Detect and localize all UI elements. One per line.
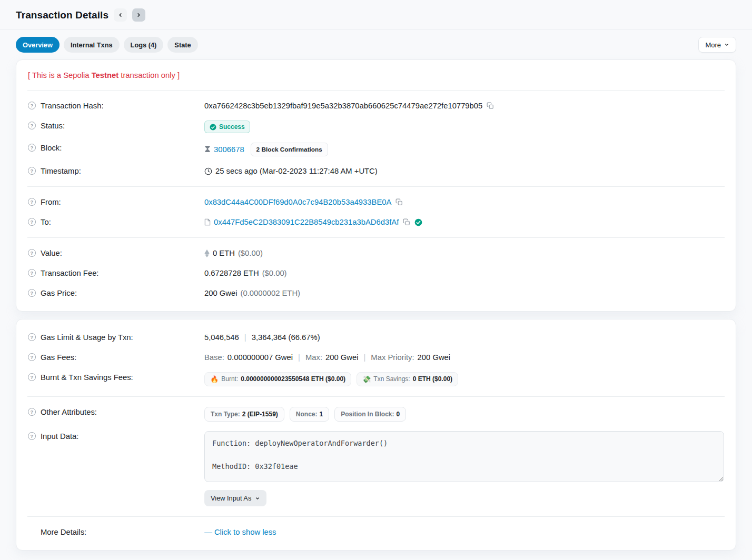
row-other-attributes: ? Other Attributes: Txn Type: 2 (EIP-155… xyxy=(28,402,724,426)
position-in-block-value: 0 xyxy=(397,411,400,418)
help-icon[interactable]: ? xyxy=(28,144,36,152)
tab-internal-txns[interactable]: Internal Txns xyxy=(64,37,120,53)
more-details-label: More Details: xyxy=(41,527,86,537)
show-less-link[interactable]: — Click to show less xyxy=(204,527,276,537)
block-label: Block: xyxy=(41,143,62,153)
copy-to-address-button[interactable] xyxy=(402,218,410,226)
row-transaction-hash: ? Transaction Hash: 0xa7662428c3b5eb1329… xyxy=(28,96,724,116)
help-icon[interactable]: ? xyxy=(28,333,36,341)
more-dropdown-button[interactable]: More xyxy=(698,37,736,53)
check-circle-icon xyxy=(210,124,216,131)
tab-state[interactable]: State xyxy=(167,37,197,53)
position-in-block-label: Position In Block: xyxy=(341,411,394,418)
row-gas-price: ? Gas Price: 200 Gwei (0.0000002 ETH) xyxy=(28,283,724,303)
block-number-link[interactable]: 3006678 xyxy=(214,144,244,155)
help-icon[interactable]: ? xyxy=(28,408,36,416)
txn-savings-label: Txn Savings: xyxy=(373,375,410,383)
value-eth: 0 ETH xyxy=(213,248,235,258)
nonce-value: 1 xyxy=(320,411,323,418)
status-label: Status: xyxy=(41,121,65,131)
burnt-savings-label: Burnt & Txn Savings Fees: xyxy=(41,372,133,383)
gas-usage: 3,364,364 (66.67%) xyxy=(252,332,320,343)
copy-icon xyxy=(403,218,410,226)
money-wings-icon: 💸 xyxy=(362,375,371,383)
tabs-row: Overview Internal Txns Logs (4) State Mo… xyxy=(16,29,736,59)
tabs: Overview Internal Txns Logs (4) State xyxy=(16,37,698,53)
tab-overview[interactable]: Overview xyxy=(16,37,60,53)
gas-fees-base-value: 0.000000007 Gwei xyxy=(227,352,293,363)
txn-savings-badge: 💸 Txn Savings: 0 ETH ($0.00) xyxy=(357,372,458,386)
transaction-hash-label: Transaction Hash: xyxy=(41,101,104,111)
divider xyxy=(27,186,725,187)
help-icon[interactable]: ? xyxy=(28,167,36,175)
fire-icon: 🔥 xyxy=(210,375,219,383)
chevron-right-icon xyxy=(136,12,142,18)
transaction-fee-usd: ($0.00) xyxy=(262,268,287,278)
previous-transaction-button[interactable] xyxy=(114,8,127,22)
txn-type-value: 2 (EIP-1559) xyxy=(242,411,278,418)
verified-check-icon xyxy=(414,218,422,226)
nonce-label: Nonce: xyxy=(296,411,318,418)
txn-type-badge: Txn Type: 2 (EIP-1559) xyxy=(204,407,284,422)
row-burnt-savings: ? Burnt & Txn Savings Fees: 🔥 Burnt: 0.0… xyxy=(28,367,724,391)
testnet-warning: [ This is a Sepolia Testnet transaction … xyxy=(28,68,724,85)
from-address-link[interactable]: 0x83dC44a4C00DFf69d0A0c7c94B20b53a4933BE… xyxy=(204,197,391,207)
row-status: ? Status: Success xyxy=(28,116,724,138)
burnt-fees-badge: 🔥 Burnt: 0.000000000023550548 ETH ($0.00… xyxy=(204,372,351,386)
tab-logs[interactable]: Logs (4) xyxy=(124,37,164,53)
help-icon[interactable]: ? xyxy=(28,249,36,257)
testnet-warning-bold: Testnet xyxy=(92,71,119,79)
input-data-textarea[interactable]: Function: deployNewOperatorAndForwarder(… xyxy=(204,431,724,482)
help-icon[interactable]: ? xyxy=(28,102,36,109)
gas-price-eth: (0.0000002 ETH) xyxy=(241,288,301,298)
to-label: To: xyxy=(41,217,51,227)
copy-icon xyxy=(487,102,494,109)
footer-note: A transaction is a cryptographically sig… xyxy=(16,558,736,560)
row-block: ? Block: 3006678 2 Block Confirmations xyxy=(28,138,724,161)
burnt-value: 0.000000000023550548 ETH ($0.00) xyxy=(241,375,345,383)
pipe-separator: | xyxy=(296,352,302,363)
more-dropdown-label: More xyxy=(705,41,721,49)
block-confirmations-badge: 2 Block Confirmations xyxy=(251,143,328,156)
other-attributes-label: Other Attributes: xyxy=(41,407,97,417)
chevron-down-icon xyxy=(255,496,260,501)
eth-diamond-icon xyxy=(204,249,210,257)
help-icon[interactable]: ? xyxy=(28,122,36,129)
help-icon[interactable]: ? xyxy=(28,373,36,381)
help-icon[interactable]: ? xyxy=(28,353,36,361)
next-transaction-button[interactable] xyxy=(132,8,145,22)
transaction-fee-label: Transaction Fee: xyxy=(41,268,98,278)
gas-fees-max-priority-value: 200 Gwei xyxy=(418,352,451,363)
help-icon[interactable]: ? xyxy=(28,289,36,297)
copy-transaction-hash-button[interactable] xyxy=(486,102,494,109)
gas-price-gwei: 200 Gwei xyxy=(204,288,238,298)
gas-fees-label: Gas Fees: xyxy=(41,352,76,363)
pipe-separator: | xyxy=(362,352,368,363)
divider xyxy=(27,516,725,517)
gas-limit-usage-label: Gas Limit & Usage by Txn: xyxy=(41,332,133,343)
status-badge: Success xyxy=(204,121,250,133)
row-transaction-fee: ? Transaction Fee: 0.6728728 ETH ($0.00) xyxy=(28,263,724,283)
help-icon[interactable]: ? xyxy=(28,269,36,277)
view-input-as-button[interactable]: View Input As xyxy=(204,490,266,506)
view-input-as-label: View Input As xyxy=(211,494,251,502)
row-to: ? To: 0x447Fd5eC2D383091C22B8549cb231a3b… xyxy=(28,212,724,232)
nonce-badge: Nonce: 1 xyxy=(290,407,329,422)
pipe-separator: | xyxy=(242,332,249,343)
page-container: Transaction Details xyxy=(0,0,752,29)
help-icon[interactable]: ? xyxy=(28,198,36,206)
row-from: ? From: 0x83dC44a4C00DFf69d0A0c7c94B20b5… xyxy=(28,192,724,212)
burnt-label: Burnt: xyxy=(221,375,238,383)
page-header: Transaction Details xyxy=(16,0,736,29)
status-badge-label: Success xyxy=(219,123,245,131)
copy-from-address-button[interactable] xyxy=(394,198,403,206)
transaction-hash-value: 0xa7662428c3b5eb1329fbaf919e5a32b3870ab6… xyxy=(204,101,482,111)
help-icon[interactable]: ? xyxy=(28,432,36,440)
help-icon[interactable]: ? xyxy=(28,218,36,226)
gas-fees-base-label: Base: xyxy=(204,352,224,363)
gas-price-label: Gas Price: xyxy=(41,288,77,298)
row-value: ? Value: 0 ETH ($0.00) xyxy=(28,243,724,263)
divider xyxy=(27,396,725,397)
to-address-link[interactable]: 0x447Fd5eC2D383091C22B8549cb231a3bAD6d3f… xyxy=(214,217,399,227)
input-data-label: Input Data: xyxy=(41,431,78,442)
